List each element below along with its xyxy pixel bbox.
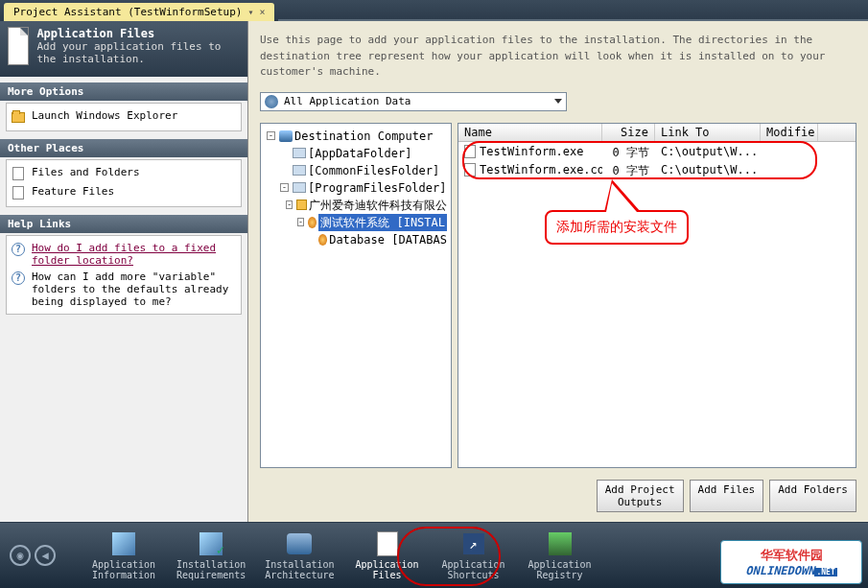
more-options-head: More Options [0, 82, 247, 101]
file-icon [464, 163, 476, 176]
destination-tree[interactable]: - Destination Computer [AppDataFolder] [… [260, 123, 452, 468]
button-row: Add Project Outputs Add Files Add Folder… [248, 474, 868, 522]
col-name[interactable]: Name [458, 124, 602, 141]
folder-icon [293, 182, 306, 193]
col-modified[interactable]: Modifie [761, 124, 818, 141]
data-filter-dropdown[interactable]: All Application Data [260, 92, 567, 111]
nav-step[interactable]: Application Shortcuts [433, 527, 515, 584]
add-project-outputs-button[interactable]: Add Project Outputs [597, 480, 684, 512]
launch-explorer-link[interactable]: Launch Windows Explorer [11, 107, 237, 127]
folder-icon [293, 165, 306, 176]
nav-back-button[interactable]: ◀ [35, 545, 56, 566]
page-header: Application Files Add your application f… [0, 21, 247, 77]
tree-expander-icon[interactable]: - [297, 218, 304, 226]
tree-label: Database [DATABAS [329, 231, 447, 248]
files-and-folders-link[interactable]: Files and Folders [11, 164, 237, 183]
nav-icon [197, 530, 225, 557]
help-links-body: ? How do I add files to a fixed folder l… [6, 235, 242, 315]
nav-icon [109, 530, 138, 557]
page-subtitle: Add your application files to the instal… [36, 40, 240, 65]
chevron-down-icon [554, 99, 562, 104]
tree-expander-icon[interactable]: - [286, 200, 293, 209]
nav-icon [546, 530, 575, 557]
nav-step[interactable]: Application Registry [519, 527, 601, 584]
folder-icon [293, 148, 306, 158]
tree-node[interactable]: - [ProgramFilesFolder] [265, 179, 447, 197]
nav-icon [373, 530, 402, 557]
nav-label: Installation Requirements [176, 559, 246, 580]
tree-node[interactable]: - 测试软件系统 [INSTAL [265, 214, 447, 231]
file-list-header[interactable]: Name Size Link To Modifie [458, 124, 856, 142]
add-folders-button[interactable]: Add Folders [769, 480, 856, 512]
col-link[interactable]: Link To [655, 124, 761, 141]
tree-node[interactable]: [AppDataFolder] [265, 145, 447, 162]
page-icon [12, 167, 24, 180]
help-link-fixed-folder[interactable]: ? How do I add files to a fixed folder l… [11, 240, 237, 269]
watermark-logo: 华军软件园 ONLINEDOWN.NET [720, 540, 862, 584]
nav-step[interactable]: Installation Architecture [257, 527, 341, 584]
globe-icon [265, 95, 278, 108]
nav-label: Application Registry [528, 559, 591, 580]
tree-label: [ProgramFilesFolder] [308, 179, 447, 197]
nav-label: Application Shortcuts [441, 559, 504, 580]
tree-node[interactable]: - Destination Computer [265, 128, 447, 145]
other-places-body: Files and Folders Feature Files [6, 159, 242, 207]
add-files-button[interactable]: Add Files [690, 480, 764, 512]
tree-expander-icon[interactable]: - [280, 183, 289, 192]
computer-icon [279, 130, 293, 142]
tab-bar: Project Assistant (TestWinformSetup) ▾ × [0, 0, 868, 21]
tab-title: Project Assistant (TestWinformSetup) [13, 6, 242, 18]
help-icon: ? [12, 243, 25, 256]
page-description: Use this page to add your application fi… [248, 21, 868, 86]
file-icon [8, 27, 29, 65]
tree-node[interactable]: [CommonFilesFolder] [265, 162, 447, 179]
file-row[interactable]: TestWinform.exe.co...0 字节C:\output\W... [458, 162, 856, 180]
nav-home-button[interactable]: ◉ [10, 545, 31, 566]
nav-label: Installation Architecture [265, 559, 334, 580]
tree-label: 广州爱奇迪软件科技有限公 [309, 197, 447, 214]
nav-step[interactable]: Application Files [346, 527, 429, 584]
file-rows: TestWinform.exe0 字节C:\output\W...TestWin… [458, 142, 856, 182]
tree-node[interactable]: Database [DATABAS [265, 231, 447, 248]
tree-label: Destination Computer [294, 128, 434, 145]
dropdown-value: All Application Data [284, 95, 411, 107]
other-places-head: Other Places [0, 139, 247, 157]
help-link-variable-folders[interactable]: ? How can I add more "variable" folders … [11, 269, 237, 310]
folder-icon [12, 112, 25, 123]
col-size[interactable]: Size [602, 124, 655, 141]
feature-files-link[interactable]: Feature Files [11, 183, 237, 202]
page-title: Application Files [36, 27, 240, 40]
component-icon [318, 234, 327, 246]
tree-label: [AppDataFolder] [308, 145, 411, 162]
help-icon: ? [12, 271, 25, 285]
sidebar: Application Files Add your application f… [0, 21, 247, 522]
annotation-callout: 添加所需的安装文件 [545, 210, 689, 245]
nav-icon [285, 530, 314, 557]
tree-label: [CommonFilesFolder] [308, 162, 439, 179]
file-icon [464, 145, 476, 158]
file-list-panel: Name Size Link To Modifie TestWinform.ex… [457, 123, 856, 468]
help-links-head: Help Links [0, 215, 247, 233]
pin-icon[interactable]: ▾ [247, 7, 253, 17]
nav-label: Application Files [355, 559, 418, 580]
folder-icon [296, 200, 307, 210]
more-options-body: Launch Windows Explorer [6, 103, 242, 131]
content-area: Use this page to add your application fi… [247, 21, 868, 522]
tree-expander-icon[interactable]: - [267, 131, 275, 140]
nav-label: Application Information [92, 559, 155, 580]
page-icon [12, 186, 24, 200]
component-icon [308, 217, 317, 228]
active-tab[interactable]: Project Assistant (TestWinformSetup) ▾ × [4, 3, 274, 21]
tree-label: 测试软件系统 [INSTAL [318, 214, 447, 231]
nav-icon [459, 530, 488, 557]
nav-step[interactable]: Application Information [82, 527, 165, 584]
file-row[interactable]: TestWinform.exe0 字节C:\output\W... [458, 144, 856, 162]
tree-node[interactable]: - 广州爱奇迪软件科技有限公 [265, 197, 447, 214]
nav-step[interactable]: Installation Requirements [169, 527, 253, 584]
close-tab-icon[interactable]: × [259, 7, 265, 17]
